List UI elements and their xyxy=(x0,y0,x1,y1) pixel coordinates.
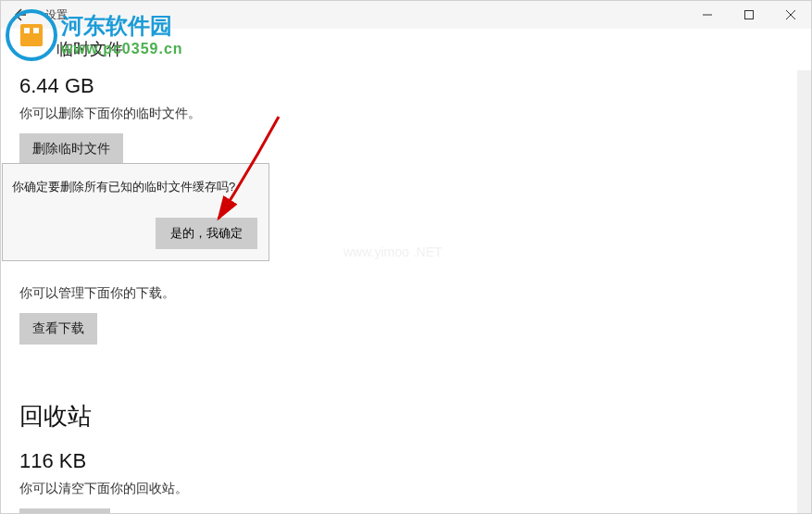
maximize-button[interactable] xyxy=(728,1,769,29)
window-controls xyxy=(686,1,811,29)
close-button[interactable] xyxy=(769,1,811,29)
dialog-message: 你确定要删除所有已知的临时文件缓存吗? xyxy=(12,179,257,196)
close-icon xyxy=(786,10,795,19)
confirm-yes-button[interactable]: 是的，我确定 xyxy=(156,218,257,249)
minimize-button[interactable] xyxy=(686,1,728,29)
content-area: 6.44 GB 你可以删除下面你的临时文件。 删除临时文件 你可以管理下面你的下… xyxy=(1,74,811,514)
svg-rect-0 xyxy=(744,11,753,19)
recycle-bin-desc: 你可以清空下面你的回收站。 xyxy=(19,481,811,497)
window-title: 设置 xyxy=(45,7,68,23)
maximize-icon xyxy=(744,10,754,19)
downloads-desc: 你可以管理下面你的下载。 xyxy=(19,285,811,302)
view-downloads-button[interactable]: 查看下载 xyxy=(19,313,97,345)
recycle-bin-heading: 回收站 xyxy=(19,400,811,433)
minimize-icon xyxy=(703,10,712,19)
dialog-actions: 是的，我确定 xyxy=(156,218,257,249)
temp-files-desc: 你可以删除下面你的临时文件。 xyxy=(19,106,811,122)
page-title: 临时文件 xyxy=(1,29,811,74)
temp-files-size: 6.44 GB xyxy=(19,74,811,98)
back-button[interactable] xyxy=(1,1,38,29)
empty-recycle-bin-button[interactable]: 清空回收站 xyxy=(19,508,110,514)
delete-temp-files-button[interactable]: 删除临时文件 xyxy=(19,133,123,165)
recycle-bin-size: 116 KB xyxy=(19,449,811,473)
scrollbar[interactable] xyxy=(797,70,811,513)
confirm-dialog: 你确定要删除所有已知的临时文件缓存吗? 是的，我确定 xyxy=(2,163,269,261)
back-arrow-icon xyxy=(11,6,28,23)
titlebar: 设置 xyxy=(1,1,811,29)
